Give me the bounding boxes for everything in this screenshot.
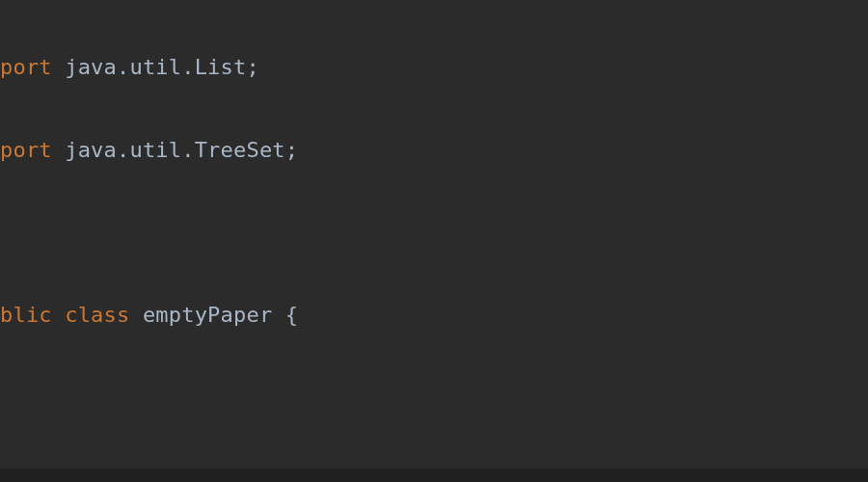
code-line: port java.util.List;	[0, 47, 868, 89]
keyword-import: port	[0, 138, 52, 162]
editor-footer-bar	[0, 469, 868, 482]
keyword-public: blic	[0, 303, 52, 327]
code-line: blic class emptyPaper {	[0, 295, 868, 336]
keyword-class: class	[52, 303, 130, 327]
code-text: java.util.List;	[52, 55, 259, 79]
code-line: port java.util.TreeSet;	[0, 130, 868, 172]
keyword-import: port	[0, 55, 52, 79]
code-line-blank	[0, 212, 868, 254]
code-text: java.util.TreeSet;	[52, 138, 298, 162]
code-line-blank	[0, 378, 868, 419]
code-editor[interactable]: port java.util.List; port java.util.Tree…	[0, 0, 868, 482]
class-name: emptyPaper {	[129, 303, 298, 327]
